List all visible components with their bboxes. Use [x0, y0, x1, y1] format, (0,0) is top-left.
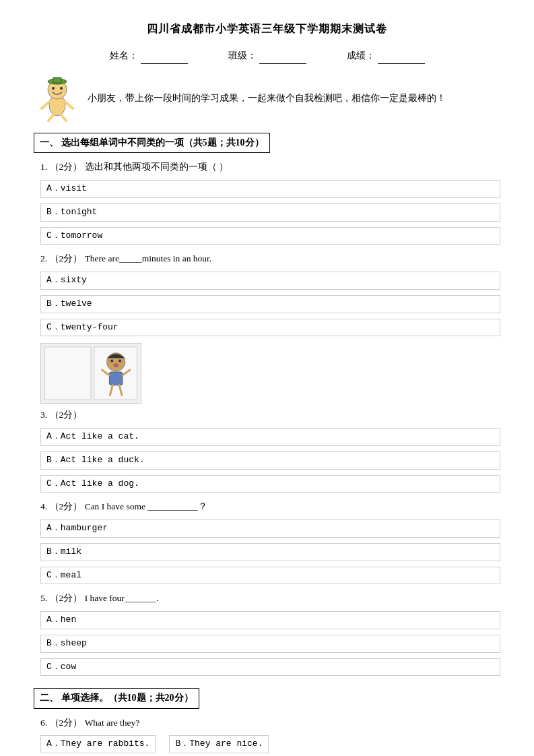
q5-options: A．hen B．sheep C．cow	[40, 610, 500, 677]
q1-options: A．visit B．tonight C．tomorrow	[40, 179, 500, 246]
svg-point-5	[60, 87, 63, 90]
q5-stem: 5. （2分） I have four_______.	[40, 591, 500, 606]
svg-line-6	[42, 102, 49, 108]
question-4: 4. （2分） Can I have some ___________？ A．h…	[34, 499, 500, 586]
intro-text: 小朋友，带上你一段时间的学习成果，一起来做个自我检测吧，相信你一定是最棒的！	[88, 91, 446, 106]
q3-options: A．Act like a cat. B．Act like a duck. C．A…	[40, 427, 500, 494]
q5-option-a[interactable]: A．hen	[40, 611, 500, 629]
q4-option-c[interactable]: C．meal	[40, 567, 500, 585]
q4-options: A．hamburger B．milk C．meal	[40, 518, 500, 586]
q3-option-b[interactable]: B．Act like a duck.	[40, 451, 500, 470]
section1: 一、 选出每组单词中不同类的一项（共5题；共10分） 1. （2分） 选出和其他…	[34, 133, 500, 677]
svg-line-8	[48, 115, 53, 121]
q3-stem: 3. （2分）	[40, 408, 500, 422]
mascot-image	[34, 75, 81, 122]
section2-title: 二、 单项选择。（共10题；共20分）	[34, 688, 199, 708]
svg-point-13	[110, 360, 113, 363]
page-title: 四川省成都市小学英语三年级下学期期末测试卷	[34, 20, 500, 38]
svg-rect-10	[45, 347, 91, 400]
q3-image	[40, 343, 141, 404]
question-6: 6. （2分） What are they? A．They are rabbit…	[34, 716, 500, 755]
svg-line-9	[61, 115, 66, 121]
q4-option-a[interactable]: A．hamburger	[40, 519, 500, 538]
q3-option-a[interactable]: A．Act like a cat.	[40, 428, 500, 446]
q1-option-b[interactable]: B．tonight	[40, 203, 500, 222]
intro-section: 小朋友，带上你一段时间的学习成果，一起来做个自我检测吧，相信你一定是最棒的！	[34, 75, 500, 122]
name-field: 姓名：	[110, 49, 188, 64]
q6-stem: 6. （2分） What are they?	[40, 716, 500, 730]
q2-option-c[interactable]: C．twenty-four	[40, 319, 500, 337]
q3-option-c[interactable]: C．Act like a dog.	[40, 475, 500, 493]
q6-option-a[interactable]: A．They are rabbits.	[40, 735, 156, 753]
q1-option-c[interactable]: C．tomorrow	[40, 227, 500, 245]
score-underline	[378, 49, 425, 64]
q2-options: A．sixty B．twelve C．twenty-four	[40, 270, 500, 338]
name-underline	[141, 49, 188, 64]
q2-option-b[interactable]: B．twelve	[40, 295, 500, 313]
q1-stem: 1. （2分） 选出和其他两项不同类的一项（ ）	[40, 160, 500, 175]
q2-stem: 2. （2分） There are_____minutes in an hour…	[40, 251, 500, 266]
q5-option-b[interactable]: B．sheep	[40, 635, 500, 653]
q4-option-b[interactable]: B．milk	[40, 543, 500, 561]
q6-options: A．They are rabbits. B．They are nice.	[40, 734, 500, 755]
svg-rect-16	[109, 372, 123, 385]
section1-title: 一、 选出每组单词中不同类的一项（共5题；共10分）	[34, 133, 270, 153]
question-2: 2. （2分） There are_____minutes in an hour…	[34, 251, 500, 338]
svg-point-15	[113, 364, 119, 368]
q4-stem: 4. （2分） Can I have some ___________？	[40, 499, 500, 514]
question-5: 5. （2分） I have four_______. A．hen B．shee…	[34, 591, 500, 677]
q5-option-c[interactable]: C．cow	[40, 658, 500, 676]
svg-rect-3	[53, 77, 61, 83]
section2: 二、 单项选择。（共10题；共20分） 6. （2分） What are the…	[34, 688, 500, 756]
q2-option-a[interactable]: A．sixty	[40, 272, 500, 290]
svg-point-4	[52, 87, 55, 90]
class-field: 班级：	[228, 49, 306, 64]
q6-option-b[interactable]: B．They are nice.	[169, 735, 269, 753]
score-field: 成绩：	[347, 49, 425, 64]
class-underline	[259, 49, 306, 64]
question-1: 1. （2分） 选出和其他两项不同类的一项（ ） A．visit B．tonig…	[34, 160, 500, 246]
header-fields: 姓名： 班级： 成绩：	[34, 49, 500, 64]
svg-point-14	[119, 360, 121, 363]
svg-line-7	[65, 102, 73, 108]
question-3: 3. （2分） A．Act like a cat. B．Act like a d…	[34, 343, 500, 494]
q1-option-a[interactable]: A．visit	[40, 180, 500, 198]
